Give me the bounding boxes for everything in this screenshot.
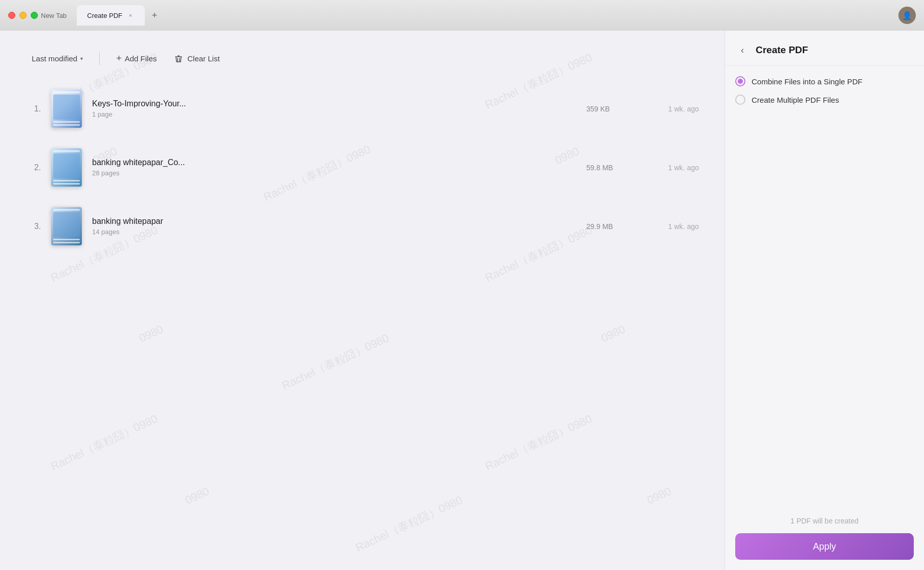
file-list-panel: Last modified ▾ + Add Files Clear List 1…: [0, 31, 724, 570]
main-content: Rachel（泰粒囧）0980Rachel（泰粒囧）0980Rachel（泰粒囧…: [0, 31, 924, 570]
maximize-button[interactable]: [31, 12, 38, 19]
file-name: banking whitepapar: [92, 217, 576, 226]
sort-button[interactable]: Last modified ▾: [26, 50, 89, 67]
file-name: Keys-To-Improving-Your...: [92, 99, 576, 108]
panel-bottom: 1 PDF will be created Apply: [725, 507, 924, 570]
chevron-down-icon: ▾: [80, 56, 83, 61]
add-files-label: Add Files: [125, 54, 157, 63]
apply-label: Apply: [813, 541, 836, 552]
radio-option-0[interactable]: Combine Files into a Single PDF: [735, 76, 914, 86]
plus-icon: +: [116, 53, 122, 64]
pdf-count-text: 1 PDF will be created: [790, 517, 859, 525]
tab-create-pdf[interactable]: Create PDF ×: [77, 5, 145, 26]
new-tab-button[interactable]: +: [147, 8, 162, 23]
file-size: 59.8 MB: [586, 164, 637, 172]
sort-label: Last modified: [32, 54, 77, 63]
file-item[interactable]: 2. banking whitepapar_Co... 28 pages 59.…: [15, 140, 709, 195]
file-size: 29.9 MB: [586, 222, 637, 231]
trash-icon: [174, 54, 183, 63]
radio-option-1[interactable]: Create Multiple PDF Files: [735, 95, 914, 105]
file-info: banking whitepapar_Co... 28 pages: [92, 158, 576, 177]
file-list: 1. Keys-To-Improving-Your... 1 page 359 …: [15, 81, 709, 254]
file-name: banking whitepapar_Co...: [92, 158, 576, 167]
radio-label: Combine Files into a Single PDF: [752, 77, 863, 86]
radio-label: Create Multiple PDF Files: [752, 96, 839, 104]
file-modified: 1 wk. ago: [648, 105, 699, 113]
file-item[interactable]: 3. banking whitepapar 14 pages 29.9 MB 1…: [15, 199, 709, 254]
clear-list-button[interactable]: Clear List: [168, 50, 226, 67]
panel-options: Combine Files into a Single PDF Create M…: [725, 66, 924, 115]
panel-header: ‹ Create PDF: [725, 31, 924, 66]
file-number: 1.: [26, 104, 41, 113]
toolbar: Last modified ▾ + Add Files Clear List: [15, 41, 709, 76]
file-info: Keys-To-Improving-Your... 1 page: [92, 99, 576, 118]
close-button[interactable]: [8, 12, 15, 19]
file-modified: 1 wk. ago: [648, 164, 699, 172]
file-thumbnail: [51, 148, 82, 187]
toolbar-divider: [99, 53, 100, 65]
add-files-button[interactable]: + Add Files: [110, 49, 163, 68]
back-icon: ‹: [741, 45, 744, 56]
radio-circle: [735, 95, 745, 105]
minimize-button[interactable]: [19, 12, 27, 19]
file-modified: 1 wk. ago: [648, 222, 699, 231]
right-panel: ‹ Create PDF Combine Files into a Single…: [724, 31, 924, 570]
file-pages: 1 page: [92, 110, 576, 118]
tab-label: New Tab: [41, 12, 67, 19]
back-button[interactable]: ‹: [735, 43, 750, 57]
traffic-lights: [8, 12, 38, 19]
tabs-area: New Tab Create PDF × +: [31, 0, 162, 31]
browser-chrome: New Tab Create PDF × + 👤: [0, 0, 924, 31]
clear-list-label: Clear List: [187, 54, 219, 63]
file-number: 2.: [26, 163, 41, 172]
file-thumbnail: [51, 89, 82, 128]
file-pages: 28 pages: [92, 169, 576, 177]
file-size: 359 KB: [586, 105, 637, 113]
file-pages: 14 pages: [92, 228, 576, 236]
file-number: 3.: [26, 222, 41, 231]
panel-title: Create PDF: [756, 44, 808, 56]
radio-circle: [735, 76, 745, 86]
tab-label-active: Create PDF: [87, 12, 122, 19]
apply-button[interactable]: Apply: [735, 533, 914, 560]
tab-close-icon[interactable]: ×: [126, 11, 135, 19]
avatar[interactable]: 👤: [898, 7, 916, 24]
file-info: banking whitepapar 14 pages: [92, 217, 576, 236]
file-thumbnail: [51, 207, 82, 245]
file-item[interactable]: 1. Keys-To-Improving-Your... 1 page 359 …: [15, 81, 709, 136]
